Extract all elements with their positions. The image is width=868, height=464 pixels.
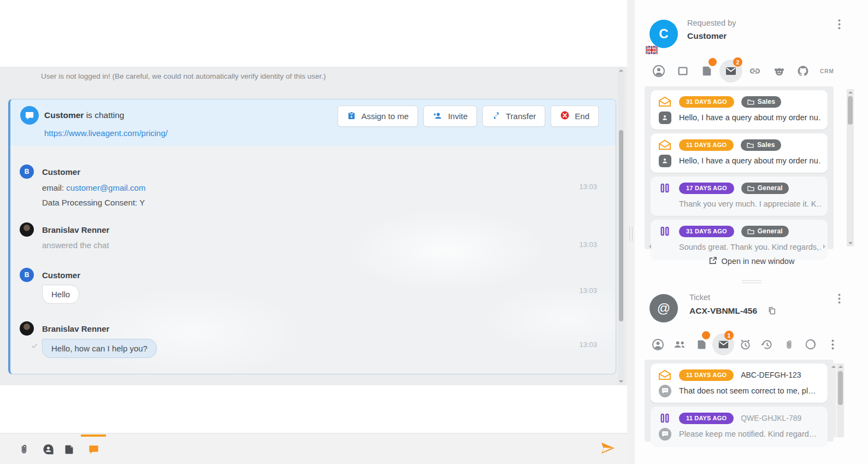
tickets-scrollbar[interactable]	[847, 89, 854, 246]
related-preview-text: Please keep me notified. Kind regard…	[679, 430, 821, 438]
related-ticket-code: ABC-DEFGH-123	[741, 371, 801, 379]
notes-tab-icon[interactable]	[695, 59, 719, 83]
notes-badge-dot	[702, 331, 710, 339]
age-pill: 11 DAYS AGO	[679, 413, 734, 424]
chat-bubble-circle-icon	[658, 385, 672, 397]
chat-bubble-circle-icon	[658, 428, 672, 440]
pause-status-icon	[658, 183, 672, 193]
transfer-label: Transfer	[506, 111, 536, 121]
scrollbar-thumb[interactable]	[848, 96, 853, 125]
window-tab-icon[interactable]	[671, 59, 695, 83]
department-pill: Sales	[741, 96, 781, 108]
ticket-menu-icon[interactable]	[834, 292, 845, 304]
message-author: Customer	[42, 167, 80, 177]
transfer-button[interactable]: Transfer	[482, 105, 545, 127]
ticket-tabs: 1	[647, 332, 843, 356]
details-sidebar: C Requested by Customer 2	[635, 0, 868, 464]
scroll-down-arrow[interactable]	[847, 240, 854, 246]
related-inner-scrollbar[interactable]	[830, 363, 836, 437]
end-label: End	[575, 111, 589, 121]
chat-bubble-icon	[20, 106, 39, 125]
customer-message-bubble: Hello	[42, 285, 79, 304]
section-resize-grip[interactable]	[742, 280, 761, 283]
scrollbar-thumb[interactable]	[619, 130, 623, 321]
chat-person-icon[interactable]	[41, 442, 55, 456]
requester-avatar: C	[649, 20, 678, 48]
customer-email-link[interactable]: customer@gmail.com	[66, 183, 145, 192]
invite-button[interactable]: Invite	[423, 105, 477, 127]
chat-scrollbar[interactable]	[618, 67, 624, 385]
attachment-tab-icon[interactable]	[778, 332, 800, 356]
scroll-up-arrow[interactable]	[618, 67, 624, 74]
github-tab-icon[interactable]	[791, 59, 815, 83]
more-tab-icon[interactable]	[822, 332, 843, 356]
panel-resize-divider[interactable]	[627, 0, 635, 464]
chat-tab-icon-active[interactable]	[86, 442, 101, 456]
at-glyph: @	[657, 301, 670, 316]
copy-ticket-code-icon[interactable]	[767, 306, 776, 318]
chat-scroll-region: User is not logged in! (Be careful, we c…	[0, 67, 627, 385]
assign-to-me-button[interactable]: Assign to me	[338, 105, 418, 127]
identity-warning-text: User is not logged in! (Be careful, we c…	[41, 72, 326, 80]
message-author: Customer	[42, 271, 80, 280]
scroll-up-arrow[interactable]	[847, 89, 854, 96]
crm-tab-icon[interactable]: CRM	[815, 59, 839, 83]
avatar-letter: B	[25, 271, 29, 279]
notes-tab-icon[interactable]	[690, 332, 712, 356]
ticket-card[interactable]: 11 DAYS AGO Sales Hello, I have a query …	[651, 133, 828, 173]
chat-status-text: is chatting	[86, 110, 125, 120]
message-line: email: customer@gmail.com	[42, 183, 145, 192]
pause-status-icon	[658, 226, 672, 237]
scrollbar-thumb[interactable]	[838, 371, 843, 405]
email-label: email:	[42, 183, 64, 192]
mail-tab-icon-active[interactable]: 2	[719, 59, 743, 83]
link-tab-icon[interactable]	[743, 59, 767, 83]
end-cancel-icon	[560, 110, 570, 122]
note-icon[interactable]	[62, 442, 76, 456]
attachment-icon[interactable]	[17, 442, 31, 456]
age-pill: 31 DAYS AGO	[679, 226, 734, 237]
related-ticket-card[interactable]: 11 DAYS AGO ABC-DEFGH-123 That does not …	[651, 363, 828, 403]
scroll-up-arrow[interactable]	[830, 363, 836, 370]
person-tab-icon[interactable]	[647, 59, 671, 83]
age-pill: 11 DAYS AGO	[679, 369, 734, 381]
mail-tab-icon-active[interactable]: 1	[712, 332, 734, 356]
department-pill: General	[741, 226, 789, 237]
department-pill: Sales	[741, 139, 781, 151]
person-tab-icon[interactable]	[647, 332, 669, 356]
related-scrollbar[interactable]	[837, 363, 844, 437]
contact-menu-icon[interactable]	[834, 18, 845, 30]
assign-icon	[347, 111, 356, 122]
end-chat-button[interactable]: End	[551, 105, 599, 127]
ticket-card[interactable]: 31 DAYS AGO General Sounds great. Thank …	[651, 220, 828, 259]
send-message-icon[interactable]	[600, 440, 616, 456]
history-tab-icon[interactable]	[756, 332, 778, 356]
avatar-letter: B	[25, 168, 29, 175]
scroll-down-arrow[interactable]	[618, 378, 624, 385]
scroll-up-arrow[interactable]	[837, 363, 844, 370]
mail-badge: 1	[724, 331, 734, 340]
tickets-hscrollbar[interactable]	[646, 243, 829, 250]
mailchimp-tab-icon[interactable]	[767, 59, 791, 83]
contrast-tab-icon[interactable]	[800, 332, 822, 356]
chat-main-area: User is not logged in! (Be careful, we c…	[0, 0, 627, 464]
active-tab-indicator	[81, 434, 106, 437]
ticket-label: Ticket	[689, 293, 710, 302]
related-ticket-card[interactable]: 11 DAYS AGO QWE-GHJKL-789 Please keep me…	[651, 407, 828, 446]
message-time: 13:03	[579, 340, 597, 349]
ticket-card[interactable]: 31 DAYS AGO Sales Hello, I have a query …	[651, 90, 828, 130]
visited-url-link[interactable]: https://www.liveagent.com/pricing/	[44, 128, 168, 138]
scroll-right-arrow[interactable]	[823, 244, 828, 249]
ticket-card[interactable]: 17 DAYS AGO General Thank you very much.…	[651, 177, 828, 216]
open-in-new-window-label: Open in new window	[722, 257, 795, 266]
department-label: General	[758, 227, 783, 235]
scroll-left-arrow[interactable]	[647, 244, 651, 249]
reply-compose-area[interactable]	[0, 385, 627, 433]
resize-grip[interactable]	[629, 227, 633, 241]
open-in-new-window-link[interactable]: Open in new window	[635, 256, 868, 266]
department-label: General	[758, 184, 783, 192]
people-tab-icon[interactable]	[669, 332, 690, 356]
alarm-tab-icon[interactable]	[734, 332, 756, 356]
ticket-preview-text: Thank you very much. I appreciate it. K…	[679, 199, 821, 208]
message-time: 13:03	[579, 240, 597, 249]
